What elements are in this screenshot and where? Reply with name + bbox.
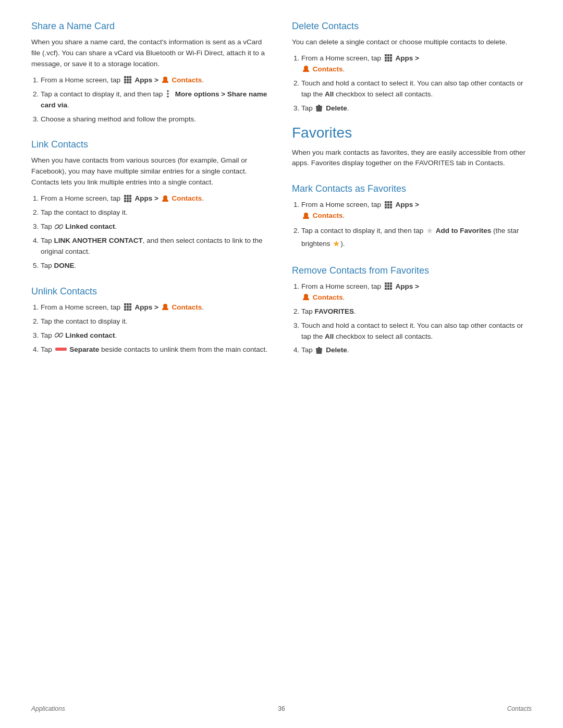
unlink-contacts-title: Unlink Contacts xyxy=(31,286,271,297)
list-item: Tap FAVORITES. xyxy=(301,306,532,317)
svg-rect-0 xyxy=(124,76,126,78)
svg-rect-54 xyxy=(390,206,392,208)
remove-favorites-steps: From a Home screen, tap Apps > Contacts.… xyxy=(301,281,532,356)
unlink-contacts-steps: From a Home screen, tap Apps > Contacts.… xyxy=(41,302,271,355)
svg-rect-1 xyxy=(127,76,129,78)
apps-icon xyxy=(124,303,132,311)
link-contacts-intro: When you have contacts from various sour… xyxy=(31,155,271,188)
svg-rect-5 xyxy=(129,79,131,81)
share-name-card-steps: From a Home screen, tap Apps > Contacts.… xyxy=(41,75,271,125)
list-item: From a Home screen, tap Apps > Contacts. xyxy=(301,281,532,303)
svg-rect-25 xyxy=(129,303,131,305)
remove-favorites-title: Remove Contacts from Favorites xyxy=(292,265,532,276)
svg-point-12 xyxy=(167,96,169,98)
share-name-card-title: Share a Name Card xyxy=(31,21,271,32)
list-item: From a Home screen, tap Apps > Contacts. xyxy=(41,302,271,313)
svg-rect-6 xyxy=(124,81,126,83)
svg-rect-37 xyxy=(387,57,389,59)
list-item: Tap Delete. xyxy=(301,103,532,114)
svg-rect-30 xyxy=(127,309,129,311)
svg-rect-59 xyxy=(385,285,387,287)
list-item: Choose a sharing method and follow the p… xyxy=(41,114,271,125)
svg-point-10 xyxy=(167,90,169,92)
svg-rect-49 xyxy=(385,204,387,206)
svg-rect-48 xyxy=(390,201,392,203)
svg-rect-38 xyxy=(390,57,392,59)
svg-rect-13 xyxy=(124,195,126,197)
svg-point-11 xyxy=(167,93,169,95)
svg-rect-52 xyxy=(385,206,387,208)
list-item: Tap a contact to display it, and then ta… xyxy=(41,89,271,111)
right-column: Delete Contacts You can delete a single … xyxy=(292,21,532,361)
apps-icon xyxy=(384,54,393,62)
svg-rect-3 xyxy=(124,79,126,81)
svg-rect-8 xyxy=(129,81,131,83)
favorites-intro: When you mark contacts as favorites, the… xyxy=(292,147,532,169)
list-item: Touch and hold a contact to select it. Y… xyxy=(301,78,532,100)
svg-rect-18 xyxy=(129,198,131,200)
mark-favorites-steps: From a Home screen, tap Apps > Contacts.… xyxy=(301,200,532,250)
svg-rect-16 xyxy=(124,198,126,200)
contacts-icon xyxy=(302,212,310,220)
left-column: Share a Name Card When you share a name … xyxy=(31,21,271,361)
link-icon xyxy=(55,223,63,231)
contacts-icon xyxy=(161,194,169,203)
svg-rect-58 xyxy=(390,282,392,285)
list-item: Tap Linked contact. xyxy=(41,330,271,341)
svg-rect-27 xyxy=(127,306,129,308)
svg-rect-39 xyxy=(385,59,387,61)
list-item: Touch and hold a contact to select it. Y… xyxy=(301,320,532,342)
svg-rect-57 xyxy=(387,282,389,285)
delete-contacts-steps: From a Home screen, tap Apps > Contacts.… xyxy=(301,53,532,114)
svg-rect-46 xyxy=(385,201,387,203)
svg-rect-4 xyxy=(127,79,129,81)
svg-rect-47 xyxy=(387,201,389,203)
link-icon xyxy=(55,331,63,339)
more-options-icon xyxy=(165,90,173,98)
list-item: Tap DONE. xyxy=(41,261,271,272)
svg-rect-51 xyxy=(390,204,392,206)
delete-contacts-intro: You can delete a single contact or choos… xyxy=(292,37,532,48)
list-item: Tap Delete. xyxy=(301,345,532,356)
footer-center: 36 xyxy=(0,705,563,712)
svg-rect-29 xyxy=(124,309,126,311)
list-item: Tap a contact to display it, and then ta… xyxy=(301,225,532,251)
list-item: From a Home screen, tap Apps > Contacts. xyxy=(41,193,271,204)
svg-rect-53 xyxy=(387,206,389,208)
svg-rect-17 xyxy=(127,198,129,200)
star-filled-icon: ★ xyxy=(333,238,340,251)
separate-icon xyxy=(55,348,67,351)
link-contacts-title: Link Contacts xyxy=(31,139,271,150)
apps-icon xyxy=(124,76,132,84)
trash-icon xyxy=(315,104,324,112)
list-item: Tap Linked contact. xyxy=(41,221,271,232)
svg-rect-61 xyxy=(390,285,392,287)
svg-rect-36 xyxy=(385,57,387,59)
svg-rect-33 xyxy=(385,54,387,56)
svg-rect-31 xyxy=(129,309,131,311)
trash-icon xyxy=(315,346,324,354)
share-name-card-intro: When you share a name card, the contact'… xyxy=(31,37,271,70)
page-number: 36 xyxy=(278,705,285,712)
svg-rect-14 xyxy=(127,195,129,197)
link-contacts-steps: From a Home screen, tap Apps > Contacts.… xyxy=(41,193,271,272)
favorites-title: Favorites xyxy=(292,125,532,141)
svg-rect-64 xyxy=(390,288,392,290)
list-item: Tap the contact to display it. xyxy=(41,316,271,327)
svg-rect-41 xyxy=(390,59,392,61)
delete-contacts-title: Delete Contacts xyxy=(292,21,532,32)
list-item: From a Home screen, tap Apps > Contacts. xyxy=(41,75,271,86)
list-item: Tap the contact to display it. xyxy=(41,207,271,218)
svg-rect-50 xyxy=(387,204,389,206)
apps-icon xyxy=(384,282,393,290)
list-item: From a Home screen, tap Apps > Contacts. xyxy=(301,200,532,221)
contacts-icon xyxy=(302,293,310,301)
svg-rect-60 xyxy=(387,285,389,287)
svg-rect-26 xyxy=(124,306,126,308)
svg-rect-15 xyxy=(129,195,131,197)
svg-rect-19 xyxy=(124,200,126,202)
star-empty-icon: ★ xyxy=(426,225,433,238)
svg-rect-28 xyxy=(129,306,131,308)
svg-rect-23 xyxy=(124,303,126,305)
contacts-icon xyxy=(161,76,169,84)
